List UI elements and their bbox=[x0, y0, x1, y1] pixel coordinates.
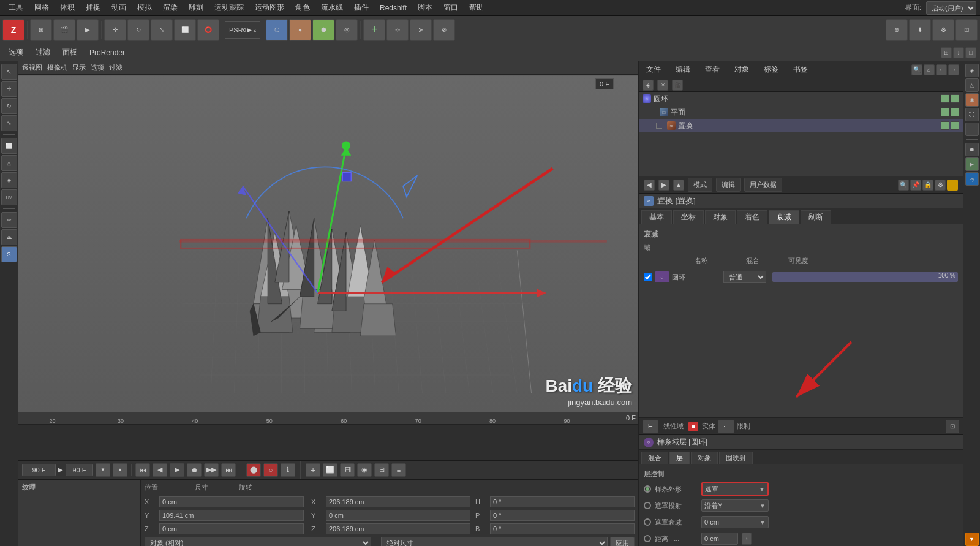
viewport-btn[interactable]: ⊞ bbox=[30, 19, 52, 41]
rh-tags[interactable]: 标签 bbox=[760, 63, 782, 76]
hier-torus-check2[interactable] bbox=[951, 94, 959, 103]
torus-btn[interactable]: ◎ bbox=[336, 19, 358, 41]
rm-userdata-label[interactable]: 用户数据 bbox=[744, 178, 782, 192]
menu-mesh[interactable]: 网格 bbox=[29, 1, 54, 14]
grid-icon[interactable]: ⊞ bbox=[941, 47, 952, 58]
menu-char[interactable]: 角色 bbox=[290, 1, 315, 14]
menu-snap[interactable]: 捕捉 bbox=[81, 1, 105, 14]
z-size-field[interactable] bbox=[326, 523, 470, 534]
lt-poly-btn[interactable]: ◈ bbox=[1, 172, 17, 188]
coord-icon[interactable]: ⊕ bbox=[886, 19, 908, 41]
scale-btn[interactable]: ⤡ bbox=[151, 19, 173, 41]
menu-render[interactable]: 渲染 bbox=[158, 1, 183, 14]
frame-end-input[interactable] bbox=[66, 464, 93, 476]
lt-terrain-btn[interactable]: ⛰ bbox=[1, 229, 17, 245]
bf-dist-radio[interactable] bbox=[644, 535, 651, 542]
bf-maskinj-radio[interactable] bbox=[644, 502, 651, 509]
y-pos-field[interactable] bbox=[159, 510, 304, 521]
domain-blend-select[interactable]: 普通 bbox=[723, 271, 766, 283]
tl-film-btn[interactable]: 🎞 bbox=[340, 463, 355, 477]
tl-list-btn[interactable]: ≡ bbox=[391, 463, 406, 477]
morph-btn[interactable]: ⊘ bbox=[433, 19, 455, 41]
cube-btn[interactable]: ⬡ bbox=[266, 19, 288, 41]
bf-maskinj-arrow[interactable]: ▼ bbox=[757, 502, 768, 509]
bf-constraint-icon[interactable]: ⋯ bbox=[718, 420, 734, 433]
tb2-prorender[interactable]: ProRender bbox=[85, 47, 130, 58]
x-pos-field[interactable] bbox=[159, 496, 304, 507]
down2-icon[interactable]: ↓ bbox=[953, 47, 964, 58]
lt-scale-btn[interactable]: ⤡ bbox=[1, 115, 17, 131]
lt-edge-btn[interactable]: △ bbox=[1, 155, 17, 171]
bf-solid-icon[interactable]: ■ bbox=[688, 422, 698, 431]
tab-object[interactable]: 对象 bbox=[705, 210, 736, 224]
cylinder-btn[interactable]: ⬢ bbox=[312, 19, 334, 41]
lt-uv-btn[interactable]: UV bbox=[1, 189, 17, 205]
tl-step-down[interactable]: ▼ bbox=[96, 463, 110, 477]
bf-tab-mapping[interactable]: 围映射 bbox=[719, 452, 753, 464]
tb2-filter[interactable]: 过滤 bbox=[31, 46, 55, 59]
tl-last-btn[interactable]: ⏭ bbox=[221, 463, 236, 477]
rts-render-btn[interactable]: ▶ bbox=[965, 157, 979, 171]
rts-python-btn[interactable]: Py bbox=[965, 172, 979, 186]
tb2-panel[interactable]: 面板 bbox=[58, 46, 82, 59]
hier-displace-row[interactable]: ≈ 置换 bbox=[639, 119, 963, 132]
down-icon[interactable]: ⬇ bbox=[909, 19, 931, 41]
menu-motiontrack[interactable]: 运动跟踪 bbox=[209, 1, 249, 14]
menu-plugins[interactable]: 插件 bbox=[349, 1, 374, 14]
rh-home-icon[interactable]: ⌂ bbox=[924, 64, 935, 75]
lt-s-btn[interactable]: S bbox=[1, 246, 17, 262]
rh-back-icon[interactable]: ← bbox=[936, 64, 947, 75]
bf-linear-icon[interactable]: ⊢ bbox=[643, 420, 658, 433]
hier-torus-check1[interactable] bbox=[941, 94, 949, 103]
rh-object[interactable]: 对象 bbox=[731, 63, 753, 76]
menu-help[interactable]: 帮助 bbox=[464, 1, 489, 14]
select-btn[interactable]: ⬜ bbox=[174, 19, 196, 41]
x-size-field[interactable] bbox=[326, 496, 470, 507]
vp-options[interactable]: 选项 bbox=[91, 63, 104, 72]
tab-coord[interactable]: 坐标 bbox=[673, 210, 704, 224]
hier-cam-icon[interactable]: 🎥 bbox=[672, 80, 683, 91]
rts-orange-btn[interactable]: ▼ bbox=[965, 533, 979, 546]
menu-anim[interactable]: 动画 bbox=[107, 1, 131, 14]
apply-btn[interactable]: 应用 bbox=[610, 537, 635, 546]
tl-info-btn[interactable]: ℹ bbox=[281, 463, 295, 477]
lt-paint-btn[interactable]: ✏ bbox=[1, 212, 17, 228]
rm-search2-icon[interactable]: 🔍 bbox=[898, 180, 909, 191]
tl-first-btn[interactable]: ⏮ bbox=[135, 463, 150, 477]
bf-tab-object[interactable]: 对象 bbox=[691, 452, 718, 464]
rm-gear-icon[interactable]: ⚙ bbox=[935, 180, 946, 191]
rts-obj-btn[interactable]: ◈ bbox=[965, 64, 979, 77]
cursor-btn[interactable]: ⊱ bbox=[410, 19, 432, 41]
rts-mat-btn[interactable]: ◉ bbox=[965, 93, 979, 107]
vp-perspective[interactable]: 透视图 bbox=[22, 63, 42, 72]
tl-auto-key-btn[interactable]: ○ bbox=[263, 463, 278, 477]
menu-sim[interactable]: 模拟 bbox=[132, 1, 157, 14]
tl-grid-btn[interactable]: ⊞ bbox=[374, 463, 389, 477]
lt-select-btn[interactable]: ↖ bbox=[1, 64, 17, 80]
lt-model-btn[interactable]: ⬜ bbox=[1, 138, 17, 154]
settings-icon[interactable]: ⚙ bbox=[932, 19, 954, 41]
maximize-icon[interactable]: ⊡ bbox=[956, 19, 978, 41]
hier-plane-check2[interactable] bbox=[951, 108, 959, 116]
viewport-3d[interactable]: 0 F Baidu 经验jingyan.baidu.com bbox=[18, 75, 638, 412]
rh-edit[interactable]: 编辑 bbox=[672, 63, 694, 76]
rm-edit-label[interactable]: 编辑 bbox=[716, 178, 741, 192]
menu-window[interactable]: 窗口 bbox=[439, 1, 463, 14]
menu-volume[interactable]: 体积 bbox=[55, 1, 80, 14]
menu-pipeline[interactable]: 流水线 bbox=[316, 1, 348, 14]
bf-maskdec-arrow[interactable]: ▼ bbox=[757, 519, 768, 526]
menu-tools[interactable]: 工具 bbox=[4, 1, 28, 14]
render-btn[interactable]: ▶ bbox=[77, 19, 99, 41]
rotate-btn[interactable]: ↻ bbox=[127, 19, 149, 41]
tl-box-btn[interactable]: ⬜ bbox=[323, 463, 337, 477]
loop-btn[interactable]: ⭕ bbox=[197, 19, 219, 41]
bf-tab-blend[interactable]: 混合 bbox=[641, 452, 668, 464]
interface-dropdown[interactable]: 启动(用户) bbox=[926, 1, 976, 15]
bf-dist-field[interactable] bbox=[701, 533, 738, 545]
size-mode-select[interactable]: 绝对尺寸 bbox=[381, 537, 608, 546]
bf-icon-right[interactable]: ⊡ bbox=[946, 420, 959, 433]
tl-keyframe-btn[interactable]: ⬤ bbox=[246, 463, 261, 477]
tb2-options[interactable]: 选项 bbox=[4, 46, 28, 59]
rts-scene-btn[interactable]: ⛶ bbox=[965, 108, 979, 121]
hier-obj-icon[interactable]: ◈ bbox=[643, 80, 654, 91]
